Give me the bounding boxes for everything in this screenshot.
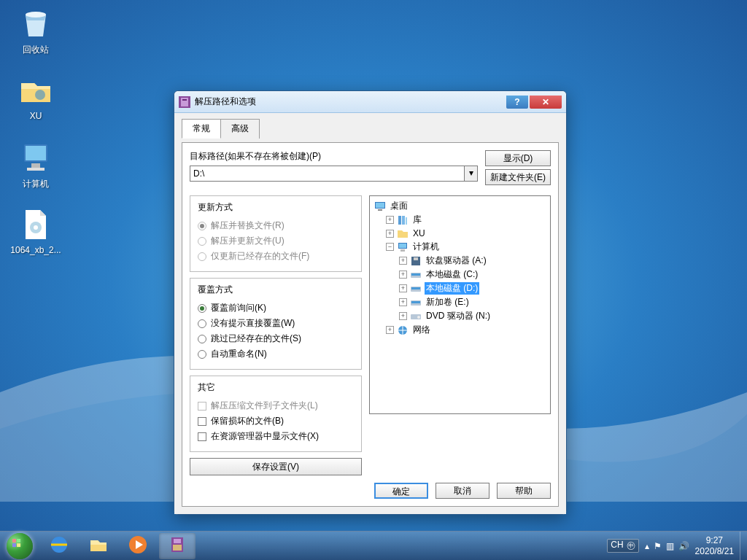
svg-rect-21 bbox=[414, 257, 418, 260]
folder-icon bbox=[88, 534, 109, 557]
cancel-button[interactable]: 取消 bbox=[436, 483, 489, 499]
media-player-icon bbox=[128, 534, 148, 557]
help-button[interactable]: ? bbox=[506, 96, 528, 109]
radio-update-existing[interactable]: 仅更新已经存在的文件(F) bbox=[198, 249, 354, 264]
dvd-icon bbox=[410, 311, 422, 322]
radio-ask-before-overwrite[interactable]: 覆盖前询问(K) bbox=[198, 300, 354, 316]
expander-icon[interactable]: + bbox=[399, 298, 407, 306]
radio-auto-rename[interactable]: 自动重命名(N) bbox=[198, 346, 354, 362]
taskbar-winrar[interactable] bbox=[159, 533, 196, 559]
svg-rect-39 bbox=[173, 545, 182, 551]
path-label: 目标路径(如果不存在将被创建)(P) bbox=[190, 150, 478, 163]
svg-rect-23 bbox=[411, 273, 420, 276]
tree-network[interactable]: +网络 bbox=[373, 323, 547, 337]
check-extract-to-subfolder[interactable]: 解压压缩文件到子文件夹(L) bbox=[198, 398, 354, 413]
expander-icon[interactable]: + bbox=[386, 216, 394, 224]
tab-advanced[interactable]: 高级 bbox=[220, 119, 260, 139]
drive-icon bbox=[410, 269, 422, 281]
tree-drive-d[interactable]: +本地磁盘 (D:) bbox=[373, 281, 547, 295]
tab-general[interactable]: 常规 bbox=[182, 119, 221, 139]
titlebar[interactable]: 解压路径和选项 ? ✕ bbox=[174, 91, 566, 113]
taskbar: CH㊥ ▴ ⚑ ▥ 🔊 9:27 2020/8/21 bbox=[0, 531, 747, 560]
destination-path-input[interactable] bbox=[190, 166, 465, 182]
taskbar-ie[interactable] bbox=[41, 533, 77, 559]
svg-rect-38 bbox=[174, 539, 181, 543]
action-center-icon[interactable]: ⚑ bbox=[654, 541, 662, 551]
taskbar-media-player[interactable] bbox=[120, 533, 156, 559]
clock[interactable]: 9:27 2020/8/21 bbox=[695, 535, 734, 556]
radio-extract-update[interactable]: 解压并更新文件(U) bbox=[198, 233, 354, 249]
expander-icon[interactable]: + bbox=[386, 230, 394, 238]
svg-rect-5 bbox=[27, 168, 44, 171]
svg-rect-19 bbox=[400, 249, 405, 252]
tree-drive-c[interactable]: +本地磁盘 (C:) bbox=[373, 268, 547, 281]
ok-button[interactable]: 确定 bbox=[374, 483, 428, 499]
svg-point-29 bbox=[417, 316, 420, 319]
tree-user-xu[interactable]: +XU bbox=[373, 227, 547, 240]
radio-overwrite-no-prompt[interactable]: 没有提示直接覆盖(W) bbox=[198, 316, 354, 331]
tray-up-icon[interactable]: ▴ bbox=[645, 541, 649, 551]
svg-rect-34 bbox=[17, 543, 20, 547]
group-title: 其它 bbox=[195, 381, 218, 394]
svg-rect-18 bbox=[399, 244, 406, 248]
tree-drive-dvd[interactable]: +DVD 驱动器 (N:) bbox=[373, 309, 547, 323]
start-button[interactable] bbox=[0, 532, 39, 561]
language-indicator[interactable]: CH㊥ bbox=[607, 539, 638, 553]
taskbar-explorer[interactable] bbox=[80, 533, 117, 559]
radio-skip-existing[interactable]: 跳过已经存在的文件(S) bbox=[198, 331, 354, 346]
tree-computer[interactable]: −计算机 bbox=[373, 240, 547, 254]
expander-icon[interactable]: + bbox=[399, 312, 407, 320]
network-icon bbox=[397, 324, 409, 336]
windows-logo-icon bbox=[7, 533, 33, 559]
drive-icon bbox=[410, 297, 422, 308]
checkbox-icon bbox=[198, 402, 206, 411]
svg-rect-14 bbox=[398, 216, 401, 225]
ie-icon bbox=[49, 534, 69, 557]
new-folder-button[interactable]: 新建文件夹(E) bbox=[485, 169, 551, 185]
svg-rect-33 bbox=[12, 543, 16, 547]
help-button[interactable]: 帮助 bbox=[497, 483, 551, 499]
show-desktop-button[interactable] bbox=[740, 532, 747, 561]
group-title: 覆盖方式 bbox=[195, 284, 236, 296]
tree-drive-e[interactable]: +新加卷 (E:) bbox=[373, 295, 547, 309]
check-show-in-explorer[interactable]: 在资源管理器中显示文件(X) bbox=[198, 429, 354, 444]
expander-icon[interactable]: + bbox=[399, 271, 407, 279]
radio-extract-replace[interactable]: 解压并替换文件(R) bbox=[198, 218, 354, 233]
tree-desktop[interactable]: 桌面 bbox=[373, 199, 547, 213]
svg-point-7 bbox=[34, 225, 38, 230]
tree-drive-a[interactable]: +软盘驱动器 (A:) bbox=[373, 254, 547, 268]
tree-libraries[interactable]: +库 bbox=[373, 213, 547, 227]
svg-rect-15 bbox=[402, 216, 405, 225]
volume-icon[interactable]: 🔊 bbox=[678, 541, 689, 551]
recycle-bin-icon bbox=[18, 6, 53, 41]
svg-rect-10 bbox=[182, 99, 187, 101]
path-dropdown-button[interactable]: ▾ bbox=[465, 166, 478, 182]
desktop-icon-computer[interactable]: 计算机 bbox=[9, 140, 63, 190]
desktop-icon-folder-xu[interactable]: XU bbox=[9, 73, 63, 121]
desktop-icon-file[interactable]: 1064_xb_2... bbox=[9, 207, 63, 255]
desktop-icon-label: XU bbox=[9, 111, 63, 121]
svg-rect-9 bbox=[181, 98, 188, 106]
svg-rect-4 bbox=[31, 163, 40, 168]
ime-icon: ㊥ bbox=[627, 540, 635, 552]
check-keep-broken[interactable]: 保留损坏的文件(B) bbox=[198, 413, 354, 429]
winrar-icon bbox=[179, 96, 190, 108]
svg-rect-12 bbox=[376, 203, 384, 208]
dialog-title: 解压路径和选项 bbox=[195, 96, 506, 108]
desktop-icon-recycle-bin[interactable]: 回收站 bbox=[9, 6, 63, 56]
close-button[interactable]: ✕ bbox=[530, 96, 562, 109]
radio-icon bbox=[198, 304, 206, 313]
save-settings-button[interactable]: 保存设置(V) bbox=[190, 458, 362, 475]
folder-tree[interactable]: 桌面 +库 +XU −计算机 +软盘驱动器 (A:) +本地磁盘 (C:) +本… bbox=[369, 195, 551, 414]
expander-icon[interactable]: + bbox=[386, 326, 394, 334]
tab-strip: 常规 高级 bbox=[182, 119, 559, 139]
file-icon bbox=[18, 207, 53, 242]
expander-icon[interactable]: + bbox=[399, 257, 407, 265]
svg-rect-31 bbox=[12, 539, 16, 542]
display-button[interactable]: 显示(D) bbox=[485, 150, 551, 166]
expander-icon[interactable]: + bbox=[399, 284, 407, 292]
radio-icon bbox=[198, 335, 206, 343]
expander-icon[interactable]: − bbox=[386, 243, 394, 251]
network-icon[interactable]: ▥ bbox=[666, 541, 674, 551]
computer-icon bbox=[18, 140, 53, 175]
